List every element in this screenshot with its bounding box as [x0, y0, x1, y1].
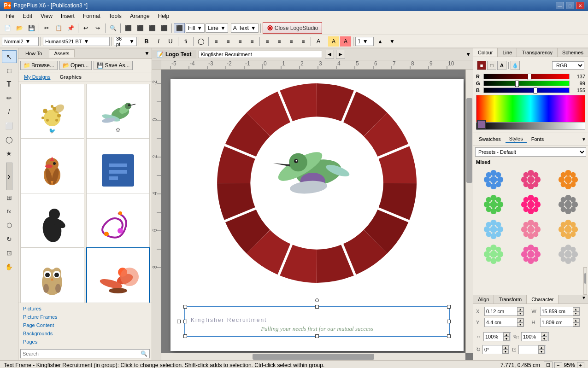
style-dropdown[interactable]: Normal2 ▼ [2, 37, 39, 46]
kern-button[interactable]: fi [180, 36, 191, 47]
swatch-lightpink-flower[interactable] [513, 218, 548, 240]
y-input[interactable] [485, 319, 517, 326]
swatch-lightgreen-flower[interactable] [476, 243, 511, 265]
select-tool[interactable]: ↖ [2, 50, 17, 63]
indent-button[interactable]: ≡ [286, 36, 297, 47]
mydesigns-nav[interactable]: My Designs [20, 73, 54, 81]
howto-tab[interactable]: How To [20, 49, 47, 58]
w-up-btn[interactable]: ▲ [573, 307, 579, 311]
scaleh-down-btn[interactable]: ▼ [541, 337, 547, 341]
effects-tool[interactable]: fx [2, 205, 17, 218]
text-color-button[interactable]: A [340, 36, 351, 47]
h-input[interactable] [541, 319, 573, 326]
color-fill-icon[interactable]: ■ [477, 61, 486, 70]
font-dropdown[interactable]: Humanst521 BT ▼ [43, 37, 110, 46]
character-tab[interactable]: Character [527, 295, 559, 304]
browse-button[interactable]: 📁 Browse... [20, 61, 58, 70]
bottom-panel-menu[interactable]: ▼ [582, 295, 586, 304]
tb-align-justify[interactable]: ⬛ [159, 23, 170, 33]
menu-help[interactable]: Help [154, 12, 173, 20]
line-tool[interactable]: / [2, 105, 17, 118]
open-button[interactable]: 📂 [14, 23, 25, 33]
color-model-select[interactable]: RGB [552, 61, 584, 70]
canvas-next-btn[interactable]: ▶ [336, 50, 345, 59]
opacity-button[interactable]: ◯ [195, 36, 206, 47]
saveas-button[interactable]: 💾 Save As... [94, 61, 133, 70]
menu-view[interactable]: View [37, 12, 56, 20]
menu-format[interactable]: Format [79, 12, 104, 20]
rotate-up-btn[interactable]: ▲ [502, 345, 509, 350]
zoom-button[interactable]: 🔍 [107, 23, 118, 33]
redo-button[interactable]: ↪ [92, 23, 103, 33]
swatch-hotpink-flower[interactable] [513, 193, 548, 216]
maximize-button[interactable]: □ [566, 2, 574, 9]
h-down-btn[interactable]: ▼ [573, 322, 579, 327]
table-tool[interactable]: ⊞ [2, 191, 17, 204]
numbering-button[interactable]: ≡ [274, 36, 285, 47]
transparency-tab[interactable]: Transparency [517, 48, 558, 57]
r-slider[interactable] [483, 74, 570, 79]
underline-button[interactable]: U [165, 36, 176, 47]
h-up-btn[interactable]: ▲ [573, 318, 579, 322]
line-tab[interactable]: Line [498, 48, 517, 57]
status-fit-btn[interactable]: ⊡ [544, 362, 553, 368]
canvas-panel-menu[interactable]: ▼ [465, 51, 471, 58]
menu-arrange[interactable]: Arrange [126, 12, 153, 20]
paste-button[interactable]: 📌 [65, 23, 76, 33]
tb-align-right[interactable]: ⬛ [147, 23, 158, 33]
color-picker-gradient[interactable] [476, 95, 585, 123]
connector-tool[interactable]: ⬡ [2, 219, 17, 232]
highlight-a-button[interactable]: A [328, 36, 339, 47]
color-picker-hue-bar[interactable] [476, 123, 585, 130]
color-text-icon[interactable]: A [497, 61, 506, 70]
transform-tab[interactable]: Transform [494, 295, 527, 304]
pages-cat[interactable]: Pages [20, 338, 150, 345]
canvas-scrollbar-v[interactable] [465, 70, 473, 353]
scale-h-input[interactable] [522, 333, 541, 340]
styles-tab[interactable]: Styles [506, 135, 527, 143]
assets-panel-menu[interactable]: ▼ [144, 50, 150, 57]
swatch-silver-gear[interactable] [551, 243, 585, 265]
fill-dropdown[interactable]: Fill ▼ [186, 23, 205, 33]
canvas-name-field[interactable] [198, 51, 322, 58]
rotate-tool[interactable]: ↻ [2, 233, 17, 245]
menu-edit[interactable]: Edit [19, 12, 36, 20]
scaleh-up-btn[interactable]: ▲ [541, 333, 547, 337]
swatch-orange-flower[interactable] [551, 169, 585, 191]
swatch-lightorange-flower[interactable] [551, 218, 585, 240]
menu-tools[interactable]: Tools [105, 12, 125, 20]
cut-button[interactable]: ✂ [41, 23, 52, 33]
y-up-btn[interactable]: ▲ [517, 318, 523, 322]
page-up-button[interactable]: ▲ [375, 36, 386, 47]
mirror-down-btn[interactable]: ▼ [538, 350, 545, 354]
swatches-tab[interactable]: Swatches [475, 135, 505, 143]
canvas-viewport[interactable]: Kingfisher Recruitment Pulling your need… [161, 70, 473, 360]
search-input[interactable] [23, 351, 141, 356]
rotate-down-btn[interactable]: ▼ [502, 350, 509, 354]
text-tool[interactable]: T [2, 78, 17, 91]
textformat-button[interactable]: A [313, 36, 324, 47]
canvas-prev-btn[interactable]: ◀ [325, 50, 334, 59]
text-dropdown[interactable]: A Text ▼ [231, 23, 259, 33]
align-right-text[interactable]: ≡ [235, 36, 246, 47]
tb-align-left[interactable]: ⬛ [123, 23, 134, 33]
scalew-down-btn[interactable]: ▼ [503, 337, 510, 341]
rect-tool[interactable]: ⬜ [2, 119, 17, 132]
page-down-button[interactable]: ▼ [387, 36, 398, 47]
crop-tool[interactable]: ⊡ [2, 246, 17, 259]
schemes-tab[interactable]: Schemes [558, 48, 588, 57]
g-slider[interactable] [483, 81, 570, 86]
pagecontent-cat[interactable]: Page Content [20, 321, 150, 329]
graphics-nav[interactable]: Graphics [56, 73, 85, 81]
status-zoom-in-btn[interactable]: + [577, 362, 584, 368]
open-asset-button[interactable]: 📂 Open... [59, 61, 92, 70]
w-input[interactable] [541, 308, 573, 315]
ellipse-tool[interactable]: ◯ [2, 133, 17, 146]
x-up-btn[interactable]: ▲ [517, 307, 523, 311]
rotate-input[interactable] [483, 346, 502, 353]
pan-tool[interactable]: ✋ [2, 260, 17, 273]
undo-button[interactable]: ↩ [80, 23, 91, 33]
menu-file[interactable]: File [2, 12, 18, 20]
pictures-cat[interactable]: Pictures [20, 305, 150, 312]
save-button[interactable]: 💾 [26, 23, 37, 33]
